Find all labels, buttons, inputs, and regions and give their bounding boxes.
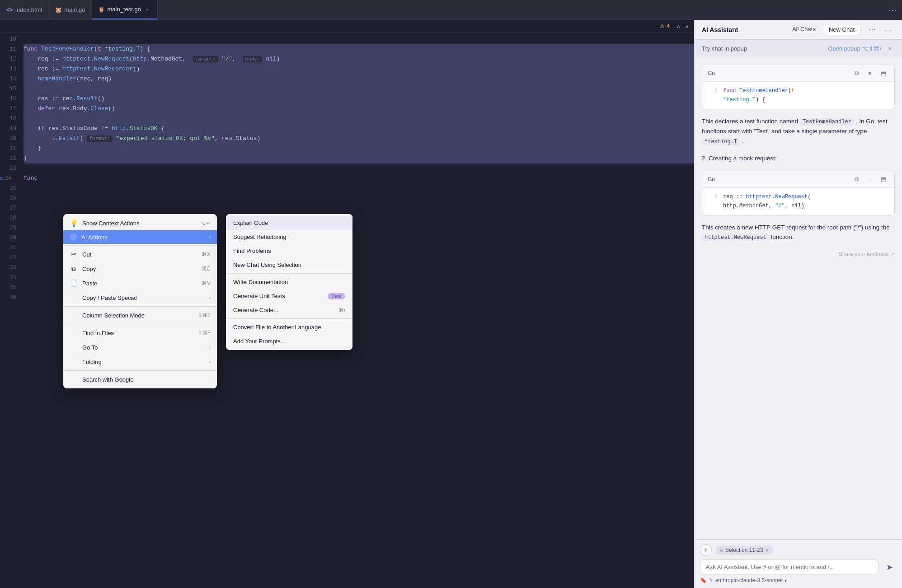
popup-banner-text: Try chat in popup [702, 45, 747, 52]
nav-up-arrow[interactable]: ∧ [675, 23, 682, 30]
submenu-item-label: Add Your Prompts... [233, 338, 345, 345]
inline-code: httptest.NewRequest [702, 234, 769, 241]
submenu-item-generate-tests[interactable]: Generate Unit Tests Beta [226, 289, 352, 303]
add-attachment-button[interactable]: + [700, 544, 712, 556]
insert-code-button[interactable]: ⬒ [878, 174, 889, 185]
paste-icon: 📄 [70, 279, 78, 287]
code-line: res := rec.Result() [23, 94, 694, 104]
ai-submenu[interactable]: Explain Code Suggest Refactoring Find Pr… [226, 214, 352, 350]
submenu-item-explain-code[interactable]: Explain Code [226, 216, 352, 230]
chat-input-field[interactable] [700, 560, 879, 574]
menu-item-folding[interactable]: Folding › [63, 355, 217, 369]
chat-model-row: 🔖 # anthropic-claude-3.5-sonnet ▾ [700, 574, 897, 583]
menu-item-shortcut: ⇧⌘F [197, 330, 211, 336]
tab-label: main_test.go [108, 6, 141, 13]
submenu-item-generate-code[interactable]: Generate Code... ⌘\ [226, 303, 352, 317]
submenu-item-label: New Chat Using Selection [233, 261, 345, 268]
menu-item-find-files[interactable]: Find in Files ⇧⌘F [63, 326, 217, 340]
menu-item-shortcut: ⌘V [202, 280, 211, 286]
menu-item-column-selection[interactable]: Column Selection Mode ⇧⌘8 [63, 308, 217, 322]
chat-explanation-2: This creates a new HTTP GET request for … [702, 223, 895, 243]
tab-all-chats[interactable]: All Chats [787, 24, 821, 35]
chat-step-2: 2. Creating a mock request: [702, 154, 895, 163]
submenu-item-find-problems[interactable]: Find Problems [226, 244, 352, 258]
more-tabs-button[interactable]: ⋯ [883, 0, 902, 19]
submenu-divider [226, 273, 352, 274]
submenu-item-suggest-refactoring[interactable]: Suggest Refactoring [226, 230, 352, 244]
code-line: rec := httptest.NewRecorder() [23, 64, 694, 74]
menu-divider [63, 245, 217, 246]
nav-down-arrow[interactable]: ∨ [684, 23, 691, 30]
menu-item-copy[interactable]: ⧉ Copy ⌘C [63, 261, 217, 276]
code-lang-label: Go [708, 176, 715, 182]
code-line: req := httptest.NewRequest(http.MethodGe… [23, 54, 694, 64]
ai-panel-title: AI Assistant [702, 26, 738, 33]
expand-code-button[interactable]: ≡ [864, 68, 875, 79]
chat-tags-row: + ≡ Selection 11-23 × [700, 544, 897, 556]
submenu-item-label: Write Documentation [233, 279, 345, 285]
submenu-item-add-prompts[interactable]: Add Your Prompts... [226, 334, 352, 348]
tab-new-chat[interactable]: New Chat [823, 24, 860, 35]
open-popup-link[interactable]: Open popup ⌥⇧⌘\ [828, 45, 881, 52]
code-line: homeHandler(rec, req) [23, 74, 694, 84]
warning-count: 4 [667, 23, 670, 29]
submenu-item-shortcut: ⌘\ [338, 307, 345, 313]
submenu-item-write-docs[interactable]: Write Documentation [226, 275, 352, 289]
menu-item-label: Show Context Actions [82, 220, 195, 227]
editor-top-bar: ⚠ 4 ∧ ∨ [0, 20, 694, 33]
menu-item-shortcut: ⌥↩ [200, 220, 211, 226]
expand-code-button[interactable]: ≡ [864, 174, 875, 185]
remove-tag-button[interactable]: × [765, 547, 769, 554]
insert-code-button[interactable]: ⬒ [878, 68, 889, 79]
code-block-header: Go ⧉ ≡ ⬒ [702, 171, 894, 188]
menu-item-show-context[interactable]: 💡 Show Context Actions ⌥↩ [63, 216, 217, 230]
menu-item-label: Copy / Paste Special [82, 294, 204, 301]
close-panel-button[interactable]: — [882, 23, 895, 36]
submenu-item-new-chat-selection[interactable]: New Chat Using Selection [226, 258, 352, 272]
code-line: func [23, 173, 694, 183]
inline-code: *testing.T [702, 138, 740, 145]
menu-item-copy-paste-special[interactable]: Copy / Paste Special › [63, 290, 217, 305]
menu-item-ai-actions[interactable]: AI Actions › [63, 230, 217, 244]
popup-banner: Try chat in popup Open popup ⌥⇧⌘\ × [695, 40, 902, 57]
menu-item-label: Folding [82, 359, 204, 365]
context-menu[interactable]: 💡 Show Context Actions ⌥↩ AI Actions › ✂… [63, 214, 217, 388]
bulb-icon: 💡 [70, 219, 78, 227]
chat-input-area: + ≡ Selection 11-23 × ➤ 🔖 # anthropic-cl… [695, 539, 902, 588]
warning-icon: ⚠ [660, 23, 665, 29]
model-select[interactable]: anthropic-claude-3.5-sonnet ▾ [715, 577, 787, 583]
submenu-item-label: Generate Unit Tests [233, 293, 323, 299]
feedback-link[interactable]: Share your feedback ↗ [839, 251, 895, 257]
submenu-arrow-icon: › [209, 359, 211, 365]
submenu-divider [226, 318, 352, 319]
chat-input-row: ➤ [700, 560, 897, 574]
menu-item-shortcut: ⌘C [201, 266, 211, 272]
tab-main-go[interactable]: 🐹 main.go [49, 0, 92, 19]
tab-main-test-go[interactable]: 🦉 main_test.go × [92, 0, 158, 19]
submenu-arrow-icon: › [209, 234, 211, 240]
ai-panel-controls: ⋯ — [866, 23, 895, 36]
menu-item-go-to[interactable]: Go To › [63, 340, 217, 355]
cut-icon: ✂ [70, 250, 78, 258]
popup-close-button[interactable]: × [885, 43, 895, 53]
model-name: anthropic-claude-3.5-sonnet [715, 577, 783, 583]
find-icon [70, 329, 78, 337]
copy-code-button[interactable]: ⧉ [851, 174, 862, 185]
menu-divider [63, 306, 217, 307]
code-line: t.Fatalf( format: "expected status OK; g… [23, 134, 694, 144]
menu-item-label: Go To [82, 344, 204, 351]
copy-code-button[interactable]: ⧉ [851, 68, 862, 79]
tab-bar: <> index.html 🐹 main.go 🦉 main_test.go ×… [0, 0, 902, 20]
menu-item-paste[interactable]: 📄 Paste ⌘V [63, 276, 217, 290]
send-message-button[interactable]: ➤ [882, 560, 897, 574]
menu-item-cut[interactable]: ✂ Cut ⌘X [63, 247, 217, 261]
chat-content[interactable]: Go ⧉ ≡ ⬒ 1func TestHomeHandler(t *testin… [695, 57, 902, 539]
tab-index-html[interactable]: <> index.html [0, 0, 49, 19]
tab-close-button[interactable]: × [144, 6, 151, 13]
menu-item-shortcut: ⇧⌘8 [197, 312, 211, 318]
more-options-button[interactable]: ⋯ [866, 23, 879, 36]
menu-item-label: Paste [82, 280, 197, 287]
menu-item-search-google[interactable]: Search with Google [63, 372, 217, 387]
submenu-item-convert-file[interactable]: Convert File to Another Language [226, 320, 352, 334]
folding-icon [70, 358, 78, 366]
